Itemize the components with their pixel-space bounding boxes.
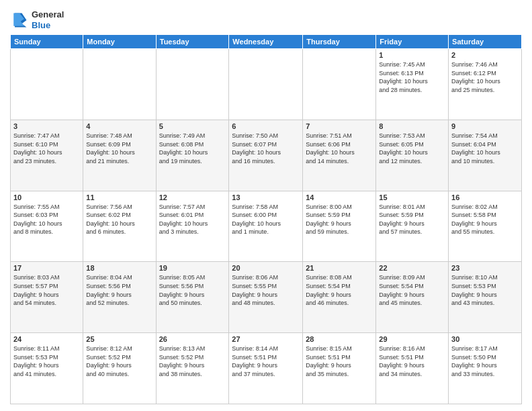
- calendar-cell: 12Sunrise: 7:57 AM Sunset: 6:01 PM Dayli…: [156, 191, 229, 262]
- calendar-cell: 4Sunrise: 7:48 AM Sunset: 6:09 PM Daylig…: [83, 120, 156, 191]
- calendar-cell: 20Sunrise: 8:06 AM Sunset: 5:55 PM Dayli…: [229, 262, 303, 333]
- day-number: 5: [159, 122, 226, 130]
- calendar-cell: 16Sunrise: 8:02 AM Sunset: 5:58 PM Dayli…: [449, 191, 522, 262]
- calendar-cell: 25Sunrise: 8:12 AM Sunset: 5:52 PM Dayli…: [83, 333, 156, 404]
- day-info: Sunrise: 8:00 AM Sunset: 5:59 PM Dayligh…: [306, 203, 373, 236]
- day-info: Sunrise: 7:54 AM Sunset: 6:04 PM Dayligh…: [451, 132, 519, 165]
- weekday-header: Wednesday: [229, 35, 303, 49]
- calendar-cell: [83, 49, 156, 120]
- calendar-cell: 7Sunrise: 7:51 AM Sunset: 6:06 PM Daylig…: [303, 120, 376, 191]
- day-number: 4: [86, 122, 152, 130]
- calendar-cell: 27Sunrise: 8:14 AM Sunset: 5:51 PM Dayli…: [229, 333, 303, 404]
- header: General Blue: [10, 7, 522, 30]
- calendar-cell: 23Sunrise: 8:10 AM Sunset: 5:53 PM Dayli…: [449, 262, 522, 333]
- day-number: 21: [306, 264, 373, 272]
- day-number: 23: [451, 264, 519, 272]
- day-info: Sunrise: 7:49 AM Sunset: 6:08 PM Dayligh…: [159, 132, 226, 165]
- day-info: Sunrise: 8:04 AM Sunset: 5:56 PM Dayligh…: [86, 273, 152, 307]
- logo: General Blue: [10, 9, 64, 30]
- calendar-header: SundayMondayTuesdayWednesdayThursdayFrid…: [11, 35, 522, 49]
- day-number: 25: [86, 335, 152, 343]
- calendar-cell: 8Sunrise: 7:53 AM Sunset: 6:05 PM Daylig…: [376, 120, 449, 191]
- calendar-cell: 6Sunrise: 7:50 AM Sunset: 6:07 PM Daylig…: [229, 120, 303, 191]
- day-number: 27: [232, 335, 300, 343]
- day-info: Sunrise: 8:06 AM Sunset: 5:55 PM Dayligh…: [232, 273, 300, 307]
- calendar-body: 1Sunrise: 7:45 AM Sunset: 6:13 PM Daylig…: [11, 49, 522, 404]
- day-info: Sunrise: 8:17 AM Sunset: 5:50 PM Dayligh…: [451, 345, 519, 378]
- day-info: Sunrise: 7:51 AM Sunset: 6:06 PM Dayligh…: [306, 132, 373, 165]
- calendar-cell: [303, 49, 376, 120]
- calendar-cell: [11, 49, 83, 120]
- day-info: Sunrise: 7:56 AM Sunset: 6:02 PM Dayligh…: [86, 203, 152, 236]
- day-info: Sunrise: 8:02 AM Sunset: 5:58 PM Dayligh…: [451, 203, 519, 236]
- weekday-header: Saturday: [449, 35, 522, 49]
- calendar-cell: 9Sunrise: 7:54 AM Sunset: 6:04 PM Daylig…: [449, 120, 522, 191]
- calendar-cell: 5Sunrise: 7:49 AM Sunset: 6:08 PM Daylig…: [156, 120, 229, 191]
- calendar-week-row: 24Sunrise: 8:11 AM Sunset: 5:53 PM Dayli…: [11, 333, 522, 404]
- calendar-cell: 3Sunrise: 7:47 AM Sunset: 6:10 PM Daylig…: [11, 120, 83, 191]
- calendar-cell: 26Sunrise: 8:13 AM Sunset: 5:52 PM Dayli…: [156, 333, 229, 404]
- day-info: Sunrise: 7:55 AM Sunset: 6:03 PM Dayligh…: [13, 203, 80, 236]
- day-number: 28: [306, 335, 373, 343]
- weekday-header: Sunday: [11, 35, 83, 49]
- day-info: Sunrise: 7:46 AM Sunset: 6:12 PM Dayligh…: [451, 60, 519, 94]
- day-number: 1: [379, 51, 445, 59]
- day-info: Sunrise: 7:50 AM Sunset: 6:07 PM Dayligh…: [232, 132, 300, 165]
- logo-line2: Blue: [32, 20, 64, 31]
- day-info: Sunrise: 8:10 AM Sunset: 5:53 PM Dayligh…: [451, 273, 519, 307]
- day-number: 19: [159, 264, 226, 272]
- day-info: Sunrise: 8:12 AM Sunset: 5:52 PM Dayligh…: [86, 345, 152, 378]
- calendar-week-row: 10Sunrise: 7:55 AM Sunset: 6:03 PM Dayli…: [11, 191, 522, 262]
- calendar-cell: 29Sunrise: 8:16 AM Sunset: 5:51 PM Dayli…: [376, 333, 449, 404]
- calendar-cell: 10Sunrise: 7:55 AM Sunset: 6:03 PM Dayli…: [11, 191, 83, 262]
- day-info: Sunrise: 7:45 AM Sunset: 6:13 PM Dayligh…: [379, 60, 445, 94]
- day-info: Sunrise: 7:53 AM Sunset: 6:05 PM Dayligh…: [379, 132, 445, 165]
- day-number: 18: [86, 264, 152, 272]
- day-number: 8: [379, 122, 445, 130]
- calendar-cell: 14Sunrise: 8:00 AM Sunset: 5:59 PM Dayli…: [303, 191, 376, 262]
- day-info: Sunrise: 7:58 AM Sunset: 6:00 PM Dayligh…: [232, 203, 300, 236]
- weekday-header: Monday: [83, 35, 156, 49]
- calendar-cell: 28Sunrise: 8:15 AM Sunset: 5:51 PM Dayli…: [303, 333, 376, 404]
- page: General Blue SundayMondayTuesdayWednesda…: [0, 0, 532, 411]
- day-info: Sunrise: 8:14 AM Sunset: 5:51 PM Dayligh…: [232, 345, 300, 378]
- day-info: Sunrise: 8:01 AM Sunset: 5:59 PM Dayligh…: [379, 203, 445, 236]
- day-number: 14: [306, 193, 373, 201]
- day-number: 20: [232, 264, 300, 272]
- day-info: Sunrise: 8:15 AM Sunset: 5:51 PM Dayligh…: [306, 345, 373, 378]
- day-number: 11: [86, 193, 152, 201]
- day-info: Sunrise: 7:57 AM Sunset: 6:01 PM Dayligh…: [159, 203, 226, 236]
- calendar-cell: [229, 49, 303, 120]
- calendar-cell: 13Sunrise: 7:58 AM Sunset: 6:00 PM Dayli…: [229, 191, 303, 262]
- day-number: 29: [379, 335, 445, 343]
- day-number: 17: [13, 264, 80, 272]
- day-info: Sunrise: 8:09 AM Sunset: 5:54 PM Dayligh…: [379, 273, 445, 307]
- calendar-week-row: 1Sunrise: 7:45 AM Sunset: 6:13 PM Daylig…: [11, 49, 522, 120]
- weekday-header: Friday: [376, 35, 449, 49]
- calendar-cell: 18Sunrise: 8:04 AM Sunset: 5:56 PM Dayli…: [83, 262, 156, 333]
- day-number: 26: [159, 335, 226, 343]
- logo-line1: General: [32, 9, 64, 20]
- day-number: 7: [306, 122, 373, 130]
- day-info: Sunrise: 7:48 AM Sunset: 6:09 PM Dayligh…: [86, 132, 152, 165]
- calendar-cell: 24Sunrise: 8:11 AM Sunset: 5:53 PM Dayli…: [11, 333, 83, 404]
- day-info: Sunrise: 8:11 AM Sunset: 5:53 PM Dayligh…: [13, 345, 80, 378]
- day-number: 15: [379, 193, 445, 201]
- calendar-cell: 2Sunrise: 7:46 AM Sunset: 6:12 PM Daylig…: [449, 49, 522, 120]
- calendar-cell: 19Sunrise: 8:05 AM Sunset: 5:56 PM Dayli…: [156, 262, 229, 333]
- calendar-cell: 17Sunrise: 8:03 AM Sunset: 5:57 PM Dayli…: [11, 262, 83, 333]
- day-number: 9: [451, 122, 519, 130]
- weekday-row: SundayMondayTuesdayWednesdayThursdayFrid…: [11, 35, 522, 49]
- day-number: 6: [232, 122, 300, 130]
- day-info: Sunrise: 8:05 AM Sunset: 5:56 PM Dayligh…: [159, 273, 226, 307]
- calendar-week-row: 3Sunrise: 7:47 AM Sunset: 6:10 PM Daylig…: [11, 120, 522, 191]
- day-info: Sunrise: 8:13 AM Sunset: 5:52 PM Dayligh…: [159, 345, 226, 378]
- day-number: 13: [232, 193, 300, 201]
- day-info: Sunrise: 8:03 AM Sunset: 5:57 PM Dayligh…: [13, 273, 80, 307]
- calendar-cell: 11Sunrise: 7:56 AM Sunset: 6:02 PM Dayli…: [83, 191, 156, 262]
- calendar-cell: 21Sunrise: 8:08 AM Sunset: 5:54 PM Dayli…: [303, 262, 376, 333]
- calendar-cell: 30Sunrise: 8:17 AM Sunset: 5:50 PM Dayli…: [449, 333, 522, 404]
- day-number: 2: [451, 51, 519, 59]
- logo-icon: [10, 11, 29, 30]
- calendar-cell: 1Sunrise: 7:45 AM Sunset: 6:13 PM Daylig…: [376, 49, 449, 120]
